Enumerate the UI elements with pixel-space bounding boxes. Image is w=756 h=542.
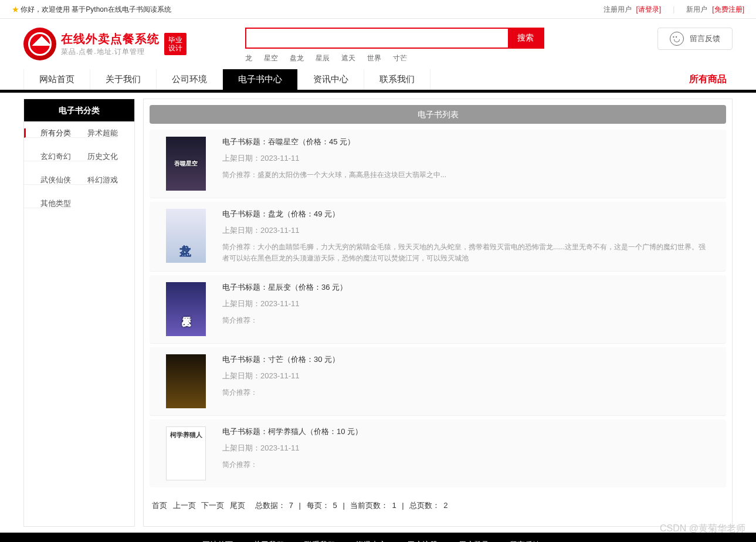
page-next[interactable]: 下一页 xyxy=(201,501,224,510)
per-value: 5 xyxy=(333,501,337,510)
nav-item[interactable]: 电子书中心 xyxy=(223,69,298,90)
main-nav: 网站首页关于我们公司环境电子书中心资讯中心联系我们所有商品 xyxy=(0,69,756,93)
book-cover: 吞噬星空 xyxy=(166,137,206,191)
hotword[interactable]: 盘龙 xyxy=(290,54,304,62)
search-input[interactable] xyxy=(246,29,508,48)
logo-badge: 毕业 设计 xyxy=(164,33,187,55)
login-link[interactable]: [请登录] xyxy=(636,0,662,19)
category-item[interactable]: 科幻游戏 xyxy=(71,175,118,185)
header: 在线外卖点餐系统 菜品.点餐.地址.订单管理 毕业 设计 搜索 龙星空盘龙星辰遮… xyxy=(0,19,756,69)
book-cover: 柯学养猫人 xyxy=(166,426,206,480)
book-item[interactable]: 盘龙电子书标题：盘龙（价格：49 元）上架日期：2023-11-11简介推荐：大… xyxy=(150,202,726,272)
user-links: 注册用户 [请登录] | 新用户 [免费注册] xyxy=(604,0,744,18)
nav-item[interactable]: 网站首页 xyxy=(23,69,90,90)
book-date: 上架日期：2023-11-11 xyxy=(222,443,710,453)
greeting-text: 你好，欢迎使用 基于Python在线电子书阅读系统 xyxy=(21,0,171,19)
main-panel: 电子书列表 吞噬星空电子书标题：吞噬星空（价格：45 元）上架日期：2023-1… xyxy=(143,99,733,527)
book-item[interactable]: 吞噬星空电子书标题：吞噬星空（价格：45 元）上架日期：2023-11-11简介… xyxy=(150,130,726,198)
page-first[interactable]: 首页 xyxy=(152,501,167,510)
book-desc: 简介推荐：大小的血睛鬃毛狮，力大无穷的紫睛金毛猿，毁天灭地的九头蛇皇，携带着毁灭… xyxy=(222,242,710,264)
sidebar-title: 电子书分类 xyxy=(24,99,134,121)
per-label: 每页： xyxy=(307,501,330,510)
logo[interactable]: 在线外卖点餐系统 菜品.点餐.地址.订单管理 毕业 设计 xyxy=(23,28,187,60)
book-info: 电子书标题：星辰变（价格：36 元）上架日期：2023-11-11简介推荐： xyxy=(222,282,710,336)
book-title: 电子书标题：寸芒（价格：30 元） xyxy=(222,354,710,365)
logo-icon xyxy=(23,28,56,60)
book-info: 电子书标题：寸芒（价格：30 元）上架日期：2023-11-11简介推荐： xyxy=(222,354,710,408)
reg-user-label: 注册用户 xyxy=(604,0,632,19)
feedback-label: 留言反馈 xyxy=(690,33,720,44)
book-cover: 盘龙 xyxy=(166,209,206,263)
feedback-button[interactable]: 留言反馈 xyxy=(657,28,733,50)
pages-label: 总页数： xyxy=(409,501,440,510)
book-cover: 寸芒 xyxy=(166,354,206,408)
hotword[interactable]: 星辰 xyxy=(316,54,330,62)
book-desc: 简介推荐： xyxy=(222,315,710,326)
sidebar: 电子书分类 所有分类异术超能玄幻奇幻历史文化武侠仙侠科幻游戏其他类型 xyxy=(23,99,135,527)
headset-icon xyxy=(670,32,684,46)
hotword[interactable]: 龙 xyxy=(245,54,252,62)
page-prev[interactable]: 上一页 xyxy=(173,501,196,510)
page-last[interactable]: 尾页 xyxy=(230,501,245,510)
category-item[interactable]: 武侠仙侠 xyxy=(24,175,71,185)
book-title: 电子书标题：星辰变（价格：36 元） xyxy=(222,282,710,293)
separator: | xyxy=(673,0,674,19)
logo-text: 在线外卖点餐系统 菜品.点餐.地址.订单管理 xyxy=(61,31,160,57)
register-link[interactable]: [免费注册] xyxy=(712,0,744,19)
top-bar: ★ 你好，欢迎使用 基于Python在线电子书阅读系统 注册用户 [请登录] |… xyxy=(0,0,756,19)
category-item[interactable]: 其他类型 xyxy=(24,199,71,208)
nav-item[interactable]: 联系我们 xyxy=(364,69,430,90)
category-item[interactable]: 异术超能 xyxy=(71,128,118,138)
nav-item[interactable]: 资讯中心 xyxy=(298,69,364,90)
hotword[interactable]: 星空 xyxy=(264,54,278,62)
cur-label: 当前页数： xyxy=(350,501,388,510)
nav-item[interactable]: 公司环境 xyxy=(157,69,223,90)
category-item[interactable]: 玄幻奇幻 xyxy=(24,152,71,161)
footer-nav: 网站首页|关于我们|联系我们|资讯中心|用户注册|用户登录|留言反馈| xyxy=(0,533,756,542)
hotword[interactable]: 遮天 xyxy=(341,54,355,62)
book-desc: 简介推荐： xyxy=(222,459,710,470)
book-info: 电子书标题：柯学养猫人（价格：10 元）上架日期：2023-11-11简介推荐： xyxy=(222,426,710,480)
book-title: 电子书标题：盘龙（价格：49 元） xyxy=(222,209,710,219)
new-user-label: 新用户 xyxy=(686,0,707,19)
star-icon: ★ xyxy=(12,0,19,19)
book-item[interactable]: 寸芒电子书标题：寸芒（价格：30 元）上架日期：2023-11-11简介推荐： xyxy=(150,347,726,416)
book-info: 电子书标题：盘龙（价格：49 元）上架日期：2023-11-11简介推荐：大小的… xyxy=(222,209,710,264)
search-box: 搜索 xyxy=(245,28,544,49)
nav-all-products[interactable]: 所有商品 xyxy=(689,69,733,90)
hot-words: 龙星空盘龙星辰遮天世界寸芒 xyxy=(245,53,544,63)
book-date: 上架日期：2023-11-11 xyxy=(222,153,710,164)
book-date: 上架日期：2023-11-11 xyxy=(222,299,710,309)
book-desc: 简介推荐： xyxy=(222,387,710,398)
greeting: ★ 你好，欢迎使用 基于Python在线电子书阅读系统 xyxy=(12,0,171,18)
book-title: 电子书标题：吞噬星空（价格：45 元） xyxy=(222,137,710,147)
book-desc: 简介推荐：盛夏的太阳仿佛一个大火球，高高悬挂在这块巨大翡翠之中... xyxy=(222,170,710,181)
list-title: 电子书列表 xyxy=(150,105,726,124)
content: 电子书分类 所有分类异术超能玄幻奇幻历史文化武侠仙侠科幻游戏其他类型 电子书列表… xyxy=(0,93,756,533)
pages-value: 2 xyxy=(443,501,448,510)
book-item[interactable]: 柯学养猫人电子书标题：柯学养猫人（价格：10 元）上架日期：2023-11-11… xyxy=(150,419,726,487)
category-item[interactable]: 历史文化 xyxy=(71,152,118,161)
total-label: 总数据： xyxy=(255,501,286,510)
search-button[interactable]: 搜索 xyxy=(508,29,543,48)
category-item[interactable]: 所有分类 xyxy=(24,128,71,138)
hotword[interactable]: 寸芒 xyxy=(393,54,407,62)
pagination: 首页 上一页 下一页 尾页 总数据：7 | 每页：5 | 当前页数：1 | 总页… xyxy=(150,491,726,520)
book-title: 电子书标题：柯学养猫人（价格：10 元） xyxy=(222,426,710,437)
hotword[interactable]: 世界 xyxy=(367,54,381,62)
book-info: 电子书标题：吞噬星空（价格：45 元）上架日期：2023-11-11简介推荐：盛… xyxy=(222,137,710,191)
nav-item[interactable]: 关于我们 xyxy=(90,69,157,90)
book-date: 上架日期：2023-11-11 xyxy=(222,371,710,381)
cur-value: 1 xyxy=(392,501,396,510)
book-item[interactable]: 星辰变电子书标题：星辰变（价格：36 元）上架日期：2023-11-11简介推荐… xyxy=(150,275,726,344)
total-value: 7 xyxy=(289,501,293,510)
book-date: 上架日期：2023-11-11 xyxy=(222,225,710,236)
search-block: 搜索 龙星空盘龙星辰遮天世界寸芒 xyxy=(245,28,544,63)
logo-title: 在线外卖点餐系统 xyxy=(61,31,160,47)
logo-subtitle: 菜品.点餐.地址.订单管理 xyxy=(61,47,160,57)
book-cover: 星辰变 xyxy=(166,282,206,336)
